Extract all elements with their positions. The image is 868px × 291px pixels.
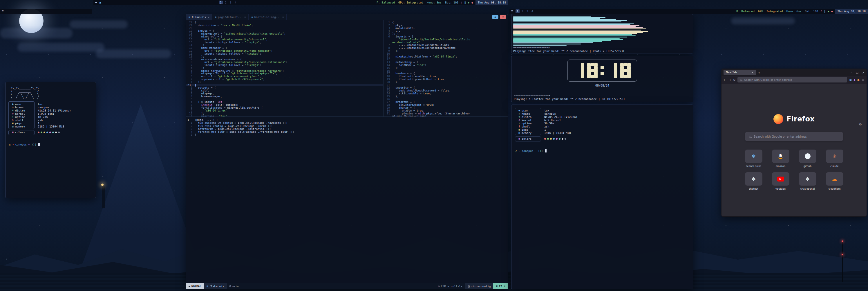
tab-close-icon[interactable]: × <box>244 16 246 19</box>
record-icon[interactable]: ● <box>831 10 833 13</box>
shortcut-icon-box: ✳ <box>826 150 843 163</box>
buffer-close-button[interactable]: × <box>500 15 506 19</box>
status-p: P: Balanced <box>736 9 754 13</box>
shell-prompt[interactable]: ⌂ → canopus ~ ))) <box>9 143 93 146</box>
close-button[interactable]: × <box>862 71 865 74</box>
buffer-indicator-button[interactable]: ◉ <box>492 15 498 19</box>
clock-cell <box>607 63 610 66</box>
tag-2[interactable]: 2 <box>224 1 228 4</box>
clock-cell <box>607 72 610 75</box>
minimize-button[interactable]: – <box>850 71 852 74</box>
branch-icon: ψ <box>229 285 231 288</box>
tag-3[interactable]: 3 <box>525 9 529 13</box>
packages-icon: ▣ <box>517 128 522 131</box>
new-tab-button[interactable]: + <box>758 71 761 74</box>
shortcut-chatgpt[interactable]: ✻chatgpt <box>742 172 765 190</box>
fetch-row: ⌂hnamecanopus <box>517 112 689 115</box>
notify-icon[interactable]: ◆ <box>828 10 829 13</box>
palette-icon: ▦ <box>517 137 522 140</box>
branch-label: main <box>232 285 239 288</box>
extension-orange-icon[interactable]: ● <box>857 79 860 81</box>
code-line: 4 firefox-mod-blur = pkgs.callPackage ./… <box>186 130 508 133</box>
shortcut-label: search.nixos <box>746 165 761 168</box>
extension-blue-icon[interactable]: ▣ <box>849 79 852 81</box>
tab-hosts/isoImag...[interactable]: ❄hosts/isoImag...× <box>249 14 287 20</box>
cloud-decor <box>731 18 795 24</box>
forward-button[interactable]: → <box>728 78 731 82</box>
newtab-page: ⚙ Firefox Search with Google or enter ad… <box>721 84 867 216</box>
editor-pane-iso[interactable]: 1{2 pkgs,3 modulesPath,4 ...5}: {6 impor… <box>383 20 508 116</box>
shell-prompt[interactable]: ⌂ → canopus ~ ))) <box>516 149 689 152</box>
tab-close-icon[interactable]: × <box>208 16 210 19</box>
address-bar[interactable]: Search with Google or enter address <box>738 77 847 83</box>
settings-gear-icon[interactable]: ⚙ <box>859 122 862 126</box>
color-dot <box>564 138 566 140</box>
newtab-search-input[interactable]: Search with Google or enter address <box>745 132 843 141</box>
pause-icon[interactable]: ‖ <box>464 1 466 4</box>
pause-icon[interactable]: ‖ <box>824 10 826 13</box>
clock-digit <box>620 63 631 78</box>
menu-icon[interactable]: ≡ <box>95 1 97 4</box>
reload-button[interactable]: ↻ <box>733 78 736 82</box>
tag-2[interactable]: 2 <box>521 9 525 13</box>
record-icon[interactable]: ● <box>471 1 473 4</box>
radio-tower-decor <box>842 241 843 282</box>
browser-tab[interactable]: New Tab × <box>723 70 756 75</box>
editor-pane-flake[interactable]: 22{21 description = "tux's NixOS Flake";… <box>186 20 383 116</box>
music-icon[interactable]: ♪ <box>820 10 822 13</box>
music-icon[interactable]: ♪ <box>461 1 462 4</box>
cava-bar <box>513 16 591 17</box>
clock-widget[interactable]: Thu Aug 08, 18:18 <box>835 9 868 13</box>
notify-icon[interactable]: ◆ <box>468 1 469 4</box>
clock-cell <box>581 63 584 66</box>
editor-pane-pkgs[interactable]: 1{pkgs, ...}: {1 tux-awesome-wm-config =… <box>186 117 508 283</box>
back-button[interactable]: ← <box>724 78 726 82</box>
line-number: 7 <box>186 104 195 106</box>
clock-digit <box>607 63 617 78</box>
menu-icon[interactable]: ≡ <box>511 9 513 13</box>
firefox-navbar: ← → ↻ Search with Google or enter addres… <box>721 76 867 84</box>
launcher-icon[interactable]: ▣ <box>99 1 101 4</box>
hamburger-menu-icon[interactable]: ≡ <box>862 78 864 82</box>
ascii-art: /\_/\_______/\_/\ \ _______ / / / \ / \ … <box>9 86 93 99</box>
line-number: 6 <box>186 66 195 69</box>
color-dot <box>550 138 552 140</box>
fetch-row: ↑uptime3h 59m <box>517 122 689 125</box>
line-number: 8 <box>383 47 392 49</box>
tab-flake.nix[interactable]: ❄flake.nix× <box>186 14 212 20</box>
shortcut-cloudflare[interactable]: ☁cloudflare <box>823 172 846 190</box>
shortcut-youtube[interactable]: ▶youtube <box>769 172 792 190</box>
cava-bar <box>513 40 611 41</box>
tab-pkgs/default...[interactable]: ❄pkgs/default...× <box>212 14 249 20</box>
code-text: }; <box>392 66 399 69</box>
tab-close-icon[interactable]: × <box>751 71 754 74</box>
tag-3[interactable]: 3 <box>228 1 232 4</box>
extension-purple-icon[interactable]: ◆ <box>854 79 856 81</box>
tag-4[interactable]: 4 <box>530 9 534 13</box>
tab-close-icon[interactable]: × <box>282 16 284 19</box>
line-number: 2 <box>186 78 195 81</box>
tag-1[interactable]: 1 <box>219 1 223 4</box>
menu-icon[interactable]: ≡ <box>2 9 4 13</box>
line-number: 4 <box>186 130 195 133</box>
clock-cell <box>627 63 631 66</box>
tag-4[interactable]: 4 <box>234 1 238 4</box>
shortcut-amazon[interactable]: aamazon <box>769 150 792 168</box>
nvim-statusline: ◈ NORMAL ❄ flake.nix ψ main ⚙ LSP ~ null… <box>186 283 508 289</box>
maximize-button[interactable]: □ <box>856 71 859 74</box>
shortcut-search.nixos[interactable]: ❄search.nixos <box>742 150 765 168</box>
now-playing: Playing: d (coffee for your head) ** ♪ b… <box>514 97 691 101</box>
code-line: 11 nixpkgs.hostPlatform = "x86_64-linux"… <box>383 55 508 58</box>
shortcut-chat.openai[interactable]: ✻chat.openai <box>796 172 819 190</box>
shortcut-claude[interactable]: ✳claude <box>823 150 846 168</box>
neovim-window: ❄flake.nix×❄pkgs/default...×❄hosts/isoIm… <box>186 14 508 289</box>
fetch-value: tux <box>38 103 43 106</box>
cava-bar <box>513 45 566 46</box>
lighthouse-decor <box>102 186 105 208</box>
code-line: 2 self, <box>186 89 383 92</box>
fetch-label: shell <box>522 125 540 128</box>
tag-1[interactable]: 1 <box>516 9 520 13</box>
clock-widget[interactable]: Thu Aug 08, 18:18 <box>475 0 508 5</box>
clock-cell <box>610 72 614 75</box>
shortcut-github[interactable]: github <box>796 150 819 168</box>
